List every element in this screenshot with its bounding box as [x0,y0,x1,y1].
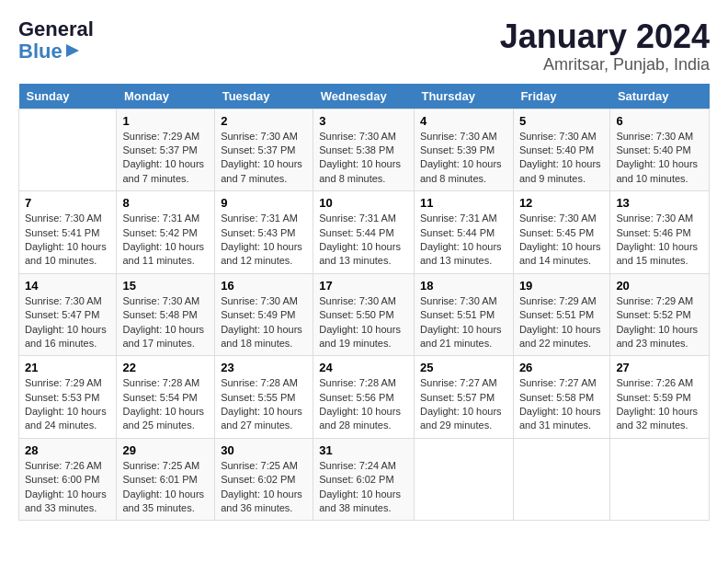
day-number: 4 [420,114,507,128]
day-number: 22 [122,361,209,374]
calendar-cell: 18Sunrise: 7:30 AM Sunset: 5:51 PM Dayli… [414,273,513,356]
header-saturday: Saturday [610,84,710,109]
day-number: 31 [319,443,408,457]
week-row-4: 21Sunrise: 7:29 AM Sunset: 5:53 PM Dayli… [19,356,710,439]
day-number: 7 [25,196,110,210]
calendar-cell: 16Sunrise: 7:30 AM Sunset: 5:49 PM Dayli… [215,273,313,356]
day-info: Sunrise: 7:31 AM Sunset: 5:43 PM Dayligh… [221,212,307,269]
day-info: Sunrise: 7:30 AM Sunset: 5:39 PM Dayligh… [420,130,507,187]
day-info: Sunrise: 7:30 AM Sunset: 5:45 PM Dayligh… [519,212,605,269]
day-info: Sunrise: 7:30 AM Sunset: 5:50 PM Dayligh… [319,294,408,351]
calendar-cell: 8Sunrise: 7:31 AM Sunset: 5:42 PM Daylig… [117,191,215,274]
logo-arrow-icon [66,42,83,63]
day-number: 29 [122,443,209,457]
week-row-2: 7Sunrise: 7:30 AM Sunset: 5:41 PM Daylig… [19,191,710,274]
day-number: 15 [122,279,209,293]
day-number: 10 [319,196,408,210]
calendar-cell: 21Sunrise: 7:29 AM Sunset: 5:53 PM Dayli… [19,356,117,439]
location-title: Amritsar, Punjab, India [500,55,710,75]
calendar-cell: 23Sunrise: 7:28 AM Sunset: 5:55 PM Dayli… [215,356,313,439]
day-info: Sunrise: 7:30 AM Sunset: 5:47 PM Dayligh… [25,294,110,351]
day-info: Sunrise: 7:31 AM Sunset: 5:44 PM Dayligh… [319,212,408,269]
page-header: General Blue January 2024 Amritsar, Punj… [18,18,710,75]
day-number: 6 [616,114,703,128]
day-number: 18 [420,279,507,293]
day-info: Sunrise: 7:27 AM Sunset: 5:58 PM Dayligh… [519,376,605,433]
day-number: 30 [221,443,307,457]
calendar-cell: 3Sunrise: 7:30 AM Sunset: 5:38 PM Daylig… [313,109,415,191]
calendar-table: SundayMondayTuesdayWednesdayThursdayFrid… [18,84,710,522]
calendar-cell [610,438,710,521]
day-number: 24 [319,361,408,374]
day-info: Sunrise: 7:28 AM Sunset: 5:54 PM Dayligh… [122,376,209,433]
header-sunday: Sunday [19,84,117,109]
month-title: January 2024 [500,18,710,55]
day-info: Sunrise: 7:28 AM Sunset: 5:55 PM Dayligh… [221,376,307,433]
day-number: 3 [319,114,408,128]
day-info: Sunrise: 7:30 AM Sunset: 5:46 PM Dayligh… [616,212,703,269]
header-thursday: Thursday [414,84,513,109]
day-info: Sunrise: 7:31 AM Sunset: 5:44 PM Dayligh… [420,212,507,269]
calendar-cell: 30Sunrise: 7:25 AM Sunset: 6:02 PM Dayli… [215,438,313,521]
calendar-header: SundayMondayTuesdayWednesdayThursdayFrid… [19,84,710,109]
day-info: Sunrise: 7:26 AM Sunset: 5:59 PM Dayligh… [616,376,703,433]
calendar-cell: 26Sunrise: 7:27 AM Sunset: 5:58 PM Dayli… [513,356,610,439]
day-number: 9 [221,196,307,210]
calendar-cell: 11Sunrise: 7:31 AM Sunset: 5:44 PM Dayli… [414,191,513,274]
day-info: Sunrise: 7:30 AM Sunset: 5:38 PM Dayligh… [319,130,408,187]
calendar-cell: 24Sunrise: 7:28 AM Sunset: 5:56 PM Dayli… [313,356,415,439]
day-number: 20 [616,279,703,293]
svg-marker-0 [66,44,79,57]
day-number: 19 [519,279,605,293]
day-number: 12 [519,196,605,210]
day-info: Sunrise: 7:26 AM Sunset: 6:00 PM Dayligh… [25,459,110,516]
calendar-cell: 6Sunrise: 7:30 AM Sunset: 5:40 PM Daylig… [610,109,710,191]
header-friday: Friday [513,84,610,109]
day-info: Sunrise: 7:25 AM Sunset: 6:02 PM Dayligh… [221,459,307,516]
calendar-cell: 9Sunrise: 7:31 AM Sunset: 5:43 PM Daylig… [215,191,313,274]
day-info: Sunrise: 7:30 AM Sunset: 5:40 PM Dayligh… [519,130,605,187]
day-info: Sunrise: 7:30 AM Sunset: 5:37 PM Dayligh… [221,130,307,187]
logo-blue: Blue [18,40,63,63]
day-info: Sunrise: 7:29 AM Sunset: 5:52 PM Dayligh… [616,294,703,351]
day-info: Sunrise: 7:27 AM Sunset: 5:57 PM Dayligh… [420,376,507,433]
day-info: Sunrise: 7:29 AM Sunset: 5:53 PM Dayligh… [25,376,110,433]
calendar-cell: 4Sunrise: 7:30 AM Sunset: 5:39 PM Daylig… [414,109,513,191]
calendar-cell: 29Sunrise: 7:25 AM Sunset: 6:01 PM Dayli… [117,438,215,521]
day-info: Sunrise: 7:30 AM Sunset: 5:41 PM Dayligh… [25,212,110,269]
header-tuesday: Tuesday [215,84,313,109]
calendar-cell: 20Sunrise: 7:29 AM Sunset: 5:52 PM Dayli… [610,273,710,356]
title-section: January 2024 Amritsar, Punjab, India [500,18,710,75]
calendar-cell: 2Sunrise: 7:30 AM Sunset: 5:37 PM Daylig… [215,109,313,191]
day-number: 28 [25,443,110,457]
calendar-cell: 10Sunrise: 7:31 AM Sunset: 5:44 PM Dayli… [313,191,415,274]
day-number: 17 [319,279,408,293]
calendar-cell: 15Sunrise: 7:30 AM Sunset: 5:48 PM Dayli… [117,273,215,356]
day-number: 2 [221,114,307,128]
week-row-5: 28Sunrise: 7:26 AM Sunset: 6:00 PM Dayli… [19,438,710,521]
day-number: 26 [519,361,605,374]
day-info: Sunrise: 7:24 AM Sunset: 6:02 PM Dayligh… [319,459,408,516]
day-info: Sunrise: 7:30 AM Sunset: 5:49 PM Dayligh… [221,294,307,351]
day-info: Sunrise: 7:29 AM Sunset: 5:51 PM Dayligh… [519,294,605,351]
day-number: 13 [616,196,703,210]
calendar-cell [513,438,610,521]
day-number: 25 [420,361,507,374]
day-info: Sunrise: 7:30 AM Sunset: 5:48 PM Dayligh… [122,294,209,351]
calendar-cell [414,438,513,521]
day-number: 27 [616,361,703,374]
header-monday: Monday [117,84,215,109]
day-number: 8 [122,196,209,210]
day-info: Sunrise: 7:30 AM Sunset: 5:40 PM Dayligh… [616,130,703,187]
day-info: Sunrise: 7:28 AM Sunset: 5:56 PM Dayligh… [319,376,408,433]
day-info: Sunrise: 7:30 AM Sunset: 5:51 PM Dayligh… [420,294,507,351]
day-number: 14 [25,279,110,293]
calendar-cell: 5Sunrise: 7:30 AM Sunset: 5:40 PM Daylig… [513,109,610,191]
day-number: 11 [420,196,507,210]
calendar-cell: 13Sunrise: 7:30 AM Sunset: 5:46 PM Dayli… [610,191,710,274]
day-number: 21 [25,361,110,374]
calendar-cell: 1Sunrise: 7:29 AM Sunset: 5:37 PM Daylig… [117,109,215,191]
header-wednesday: Wednesday [313,84,415,109]
calendar-cell: 19Sunrise: 7:29 AM Sunset: 5:51 PM Dayli… [513,273,610,356]
calendar-cell: 17Sunrise: 7:30 AM Sunset: 5:50 PM Dayli… [313,273,415,356]
